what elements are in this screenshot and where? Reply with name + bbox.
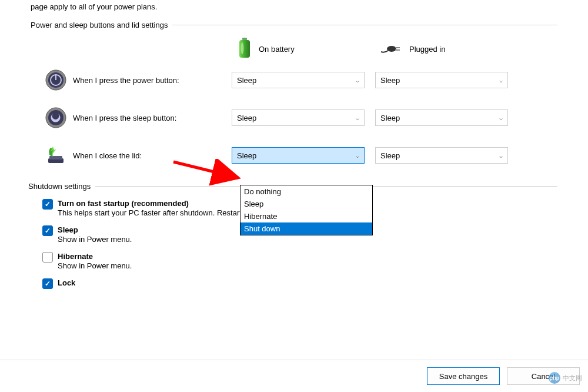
power-button-icon bbox=[45, 69, 67, 91]
col-header-battery-label: On battery bbox=[259, 45, 295, 54]
row-label-lid: When I close the lid: bbox=[73, 151, 232, 160]
battery-icon bbox=[236, 38, 253, 61]
dropdown-power-plugged[interactable]: Sleep ⌵ bbox=[375, 72, 508, 88]
svg-point-11 bbox=[48, 110, 64, 125]
dropdown-value: Sleep bbox=[237, 114, 256, 122]
row-close-lid: When I close the lid: Sleep ⌵ Sleep ⌵ bbox=[45, 144, 557, 167]
checkbox-desc-hibernate: Show in Power menu. bbox=[58, 261, 557, 270]
dropdown-lid-plugged[interactable]: Sleep ⌵ bbox=[375, 147, 508, 164]
dropdown-value: Sleep bbox=[380, 151, 400, 160]
dropdown-value: Sleep bbox=[237, 151, 256, 160]
svg-point-2 bbox=[241, 42, 244, 54]
dropdown-option-do-nothing[interactable]: Do nothing bbox=[240, 185, 372, 198]
divider bbox=[172, 25, 557, 25]
close-lid-icon bbox=[45, 144, 67, 167]
col-header-plugged-label: Plugged in bbox=[409, 45, 445, 54]
chevron-down-icon: ⌵ bbox=[499, 152, 503, 159]
section-header-power: Power and sleep buttons and lid settings bbox=[31, 21, 557, 29]
footer-divider bbox=[0, 360, 588, 360]
dropdown-option-hibernate[interactable]: Hibernate bbox=[240, 210, 372, 222]
dropdown-option-sleep[interactable]: Sleep bbox=[240, 198, 372, 210]
plug-icon bbox=[380, 41, 403, 57]
save-changes-button[interactable]: Save changes bbox=[427, 367, 500, 385]
checkbox-hibernate[interactable] bbox=[42, 252, 53, 263]
chevron-down-icon: ⌵ bbox=[356, 77, 359, 84]
svg-rect-0 bbox=[242, 38, 247, 40]
watermark: php 中文网 bbox=[549, 372, 582, 384]
dropdown-options-list[interactable]: Do nothing Sleep Hibernate Shut down bbox=[240, 185, 373, 235]
row-label-power: When I press the power button: bbox=[73, 76, 232, 85]
dropdown-option-shut-down[interactable]: Shut down bbox=[240, 222, 372, 235]
checkbox-sleep[interactable] bbox=[42, 225, 53, 236]
row-label-sleep: When I press the sleep button: bbox=[73, 114, 232, 122]
col-header-battery: On battery bbox=[236, 38, 380, 61]
section-title-power: Power and sleep buttons and lid settings bbox=[31, 21, 168, 29]
svg-point-3 bbox=[387, 46, 396, 52]
sleep-button-icon bbox=[45, 107, 67, 129]
chevron-down-icon: ⌵ bbox=[356, 115, 359, 121]
svg-rect-4 bbox=[395, 47, 400, 48]
chevron-down-icon: ⌵ bbox=[499, 115, 503, 121]
checkbox-label-hibernate: Hibernate bbox=[58, 252, 557, 261]
checkbox-row-lock: Lock bbox=[42, 278, 557, 289]
checkbox-desc-sleep: Show in Power menu. bbox=[58, 235, 557, 244]
power-sleep-section: Power and sleep buttons and lid settings… bbox=[31, 21, 557, 167]
checkbox-label-lock: Lock bbox=[58, 278, 557, 287]
intro-text: page apply to all of your power plans. bbox=[0, 0, 588, 21]
col-header-plugged: Plugged in bbox=[380, 41, 523, 57]
watermark-text: 中文网 bbox=[563, 374, 582, 383]
checkbox-fast-startup[interactable] bbox=[42, 199, 53, 210]
watermark-logo-icon: php bbox=[549, 372, 560, 384]
dropdown-power-battery[interactable]: Sleep ⌵ bbox=[232, 72, 365, 88]
columns-header: On battery Plugged in bbox=[236, 38, 557, 61]
svg-rect-5 bbox=[395, 49, 400, 51]
chevron-down-icon: ⌵ bbox=[356, 152, 359, 159]
dropdown-value: Sleep bbox=[380, 114, 400, 122]
checkbox-row-hibernate: Hibernate Show in Power menu. bbox=[42, 252, 557, 276]
dropdown-value: Sleep bbox=[380, 76, 400, 85]
row-sleep-button: When I press the sleep button: Sleep ⌵ S… bbox=[45, 107, 557, 129]
dropdown-lid-battery[interactable]: Sleep ⌵ bbox=[232, 147, 365, 164]
row-power-button: When I press the power button: Sleep ⌵ S… bbox=[45, 69, 557, 91]
chevron-down-icon: ⌵ bbox=[499, 77, 503, 84]
svg-rect-13 bbox=[49, 156, 62, 160]
checkbox-lock[interactable] bbox=[42, 278, 53, 289]
dropdown-sleep-battery[interactable]: Sleep ⌵ bbox=[232, 109, 365, 126]
dropdown-value: Sleep bbox=[237, 76, 256, 85]
dropdown-sleep-plugged[interactable]: Sleep ⌵ bbox=[375, 109, 508, 126]
section-title-shutdown: Shutdown settings bbox=[28, 182, 91, 191]
